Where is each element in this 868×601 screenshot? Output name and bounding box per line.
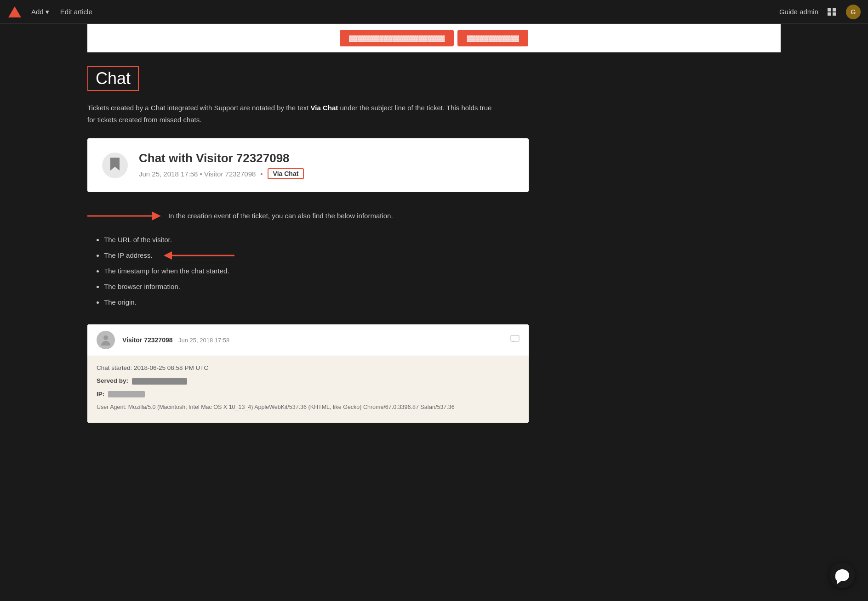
chat-started-line: Chat started: 2018-06-25 08:58 PM UTC	[97, 363, 520, 373]
event-author: Visitor 72327098	[122, 336, 173, 344]
add-label: Add	[31, 8, 44, 16]
arrow-section: In the creation event of the ticket, you…	[87, 210, 501, 221]
prev-btn-1[interactable]: ▓▓▓▓▓▓▓▓▓▓▓▓▓▓▓▓▓▓▓▓▓▓	[340, 30, 454, 46]
ticket-info: Chat with Visitor 72327098 Jun 25, 2018 …	[139, 151, 304, 179]
bullet-text: The timestamp for when the chat started.	[104, 267, 229, 275]
bullet-text: The browser information.	[104, 283, 180, 290]
ip-label: IP:	[97, 391, 104, 397]
prev-btn-2[interactable]: ▓▓▓▓▓▓▓▓▓▓▓▓	[457, 30, 528, 46]
bullet-text: The origin.	[104, 298, 137, 306]
add-chevron-icon: ▾	[46, 8, 49, 16]
served-by-value-blurred	[132, 378, 187, 385]
svg-rect-1	[511, 335, 519, 341]
ticket-meta: Jun 25, 2018 17:58 • Visitor 72327098 • …	[139, 168, 304, 179]
event-card-body: Chat started: 2018-06-25 08:58 PM UTC Se…	[87, 356, 529, 423]
grid-dot	[833, 12, 836, 16]
chat-bubble-icon	[835, 569, 849, 581]
logo-triangle	[8, 6, 21, 17]
ticket-title: Chat with Visitor 72327098	[139, 151, 304, 165]
right-arrow	[87, 210, 161, 221]
ip-text: The IP address.	[104, 250, 153, 261]
avatar[interactable]: G	[846, 5, 861, 19]
logo[interactable]	[7, 5, 22, 19]
left-arrow-inline	[164, 251, 237, 260]
top-nav: Add ▾ Edit article Guide admin G	[0, 0, 868, 24]
ip-line: IP:	[97, 390, 520, 399]
user-agent-text: User Agent: Mozilla/5.0 (Macintosh; Inte…	[97, 404, 455, 410]
desc-part1: Tickets created by a Chat integrated wit…	[87, 104, 311, 112]
event-time: Jun 25, 2018 17:58	[178, 337, 229, 344]
user-agent-line: User Agent: Mozilla/5.0 (Macintosh; Inte…	[97, 403, 520, 412]
add-menu[interactable]: Add ▾	[31, 8, 49, 16]
bullet-text: The URL of the visitor.	[104, 236, 172, 244]
guide-admin-label: Guide admin	[779, 8, 818, 16]
ua-value: Mozilla/5.0 (Macintosh; Intel Mac OS X 1…	[128, 404, 455, 410]
grid-dot	[828, 8, 831, 11]
list-item: The URL of the visitor.	[104, 234, 455, 245]
ip-value-blurred	[108, 391, 145, 397]
event-card-header: Visitor 72327098 Jun 25, 2018 17:58	[87, 324, 529, 356]
description-paragraph: Tickets created by a Chat integrated wit…	[87, 102, 501, 125]
ticket-icon-shape	[108, 157, 121, 174]
prev-section-strip: ▓▓▓▓▓▓▓▓▓▓▓▓▓▓▓▓▓▓▓▓▓▓ ▓▓▓▓▓▓▓▓▓▓▓▓	[87, 24, 781, 52]
grid-icon[interactable]	[828, 8, 837, 16]
chat-started-text: Chat started: 2018-06-25 08:58 PM UTC	[97, 364, 208, 371]
event-card: Visitor 72327098 Jun 25, 2018 17:58 Chat…	[87, 324, 529, 423]
list-item: The browser information.	[104, 281, 455, 292]
section-wrapper: Chat Tickets created by a Chat integrate…	[0, 52, 868, 423]
avatar-initial: G	[851, 8, 856, 16]
arrow-line	[87, 215, 152, 217]
event-avatar	[97, 331, 115, 349]
comment-icon	[510, 335, 520, 346]
served-by-label: Served by:	[97, 377, 128, 384]
chat-heading-box: Chat	[87, 66, 139, 91]
left-arrow-line	[170, 255, 234, 256]
arrow-head	[152, 211, 161, 221]
grid-dot	[828, 12, 831, 16]
list-item-ip: The IP address.	[104, 250, 455, 261]
arrow-text: In the creation event of the ticket, you…	[168, 210, 393, 221]
list-item: The timestamp for when the chat started.	[104, 266, 455, 277]
prev-section-buttons: ▓▓▓▓▓▓▓▓▓▓▓▓▓▓▓▓▓▓▓▓▓▓ ▓▓▓▓▓▓▓▓▓▓▓▓	[340, 30, 528, 46]
ticket-meta-text: Jun 25, 2018 17:58 • Visitor 72327098	[139, 170, 256, 178]
chat-bubble-button[interactable]	[829, 562, 855, 588]
main-content: ▓▓▓▓▓▓▓▓▓▓▓▓▓▓▓▓▓▓▓▓▓▓ ▓▓▓▓▓▓▓▓▓▓▓▓ Chat…	[0, 24, 868, 450]
served-by-line: Served by:	[97, 376, 520, 386]
grid-dot	[833, 8, 836, 11]
via-chat-badge: Via Chat	[268, 168, 304, 179]
ticket-icon	[102, 153, 128, 178]
event-header-info: Visitor 72327098 Jun 25, 2018 17:58	[122, 336, 503, 344]
edit-article-button[interactable]: Edit article	[60, 8, 92, 16]
bullet-list: The URL of the visitor. The IP address. …	[87, 234, 455, 308]
svg-point-0	[103, 335, 108, 340]
ticket-dot: •	[260, 170, 263, 178]
list-item: The origin.	[104, 297, 455, 308]
ua-label: User Agent:	[97, 404, 126, 410]
chat-heading: Chat	[96, 69, 131, 88]
bullet-with-arrow: The IP address.	[104, 250, 455, 261]
ticket-card: Chat with Visitor 72327098 Jun 25, 2018 …	[87, 138, 529, 192]
nav-right: Guide admin G	[779, 5, 861, 19]
via-chat-bold: Via Chat	[311, 104, 338, 112]
